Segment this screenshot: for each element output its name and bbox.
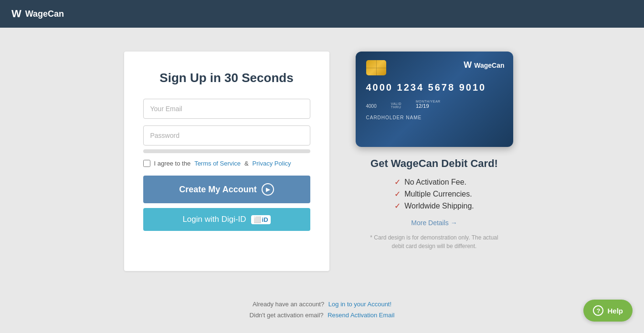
main-content: Sign Up in 30 Seconds I agree to the Ter…: [0, 28, 644, 305]
more-details-link[interactable]: More Details →: [411, 219, 457, 227]
card-holder-label: CARDHOLDER NAME: [366, 115, 422, 120]
feature-text: Worldwide Shipping.: [404, 202, 474, 210]
card-month-year-label: MONTH/YEAR: [416, 100, 441, 103]
card-small-number: 4000: [366, 104, 377, 109]
email-group: [143, 99, 310, 119]
signup-title: Sign Up in 30 Seconds: [143, 71, 310, 85]
credit-card-graphic: W WageCan 4000 1234 5678 9010 4000 VALID…: [356, 52, 513, 147]
resend-activation-link[interactable]: Resend Activation Email: [327, 312, 394, 319]
password-group: [143, 125, 310, 146]
digiid-login-label: Login with Digi-ID: [182, 215, 246, 224]
feature-item: ✓Worldwide Shipping.: [394, 201, 474, 210]
check-icon: ✓: [394, 177, 401, 187]
tos-agree-text: I agree to the: [154, 160, 191, 167]
feature-text: Multiple Currencies.: [404, 190, 472, 198]
check-icon: ✓: [394, 201, 401, 210]
card-bottom: 4000 VALID THRU MONTH/YEAR 12/19: [366, 100, 503, 109]
disclaimer: * Card design is for demonstration only.…: [365, 233, 504, 250]
card-valid-field: VALID THRU: [391, 102, 401, 109]
logo-text: WageCan: [25, 9, 64, 19]
tos-amp: &: [244, 160, 249, 167]
promo-section: W WageCan 4000 1234 5678 9010 4000 VALID…: [348, 52, 520, 250]
create-account-button[interactable]: Create My Account ▶: [143, 176, 310, 203]
logo-icon: W: [11, 8, 21, 20]
activation-question-row: Didn't get activation email? Resend Acti…: [0, 312, 644, 319]
check-icon: ✓: [394, 189, 401, 198]
digiid-login-button[interactable]: Login with Digi-ID ⬜ iD: [143, 208, 310, 231]
privacy-link[interactable]: Privacy Policy: [253, 160, 291, 167]
feature-item: ✓Multiple Currencies.: [394, 189, 474, 198]
features-list: ✓No Activation Fee.✓Multiple Currencies.…: [394, 177, 474, 213]
card-logo-text: WageCan: [474, 62, 504, 69]
password-input[interactable]: [143, 125, 310, 146]
feature-item: ✓No Activation Fee.: [394, 177, 474, 187]
card-valid-label: VALID: [391, 102, 401, 105]
card-number: 4000 1234 5678 9010: [366, 82, 503, 93]
tos-link[interactable]: Terms of Service: [194, 160, 241, 167]
activation-question: Didn't get activation email?: [250, 312, 324, 319]
password-strength-bar: [143, 149, 310, 153]
header: W WageCan: [0, 0, 644, 28]
play-icon: ▶: [262, 183, 274, 196]
create-account-label: Create My Account: [179, 185, 256, 195]
help-label: Help: [607, 307, 623, 315]
signup-card: Sign Up in 30 Seconds I agree to the Ter…: [124, 52, 329, 271]
tos-row: I agree to the Terms of Service & Privac…: [143, 160, 310, 167]
card-date-field: MONTH/YEAR 12/19: [416, 100, 441, 109]
promo-title: Get WageCan Debit Card!: [370, 157, 498, 170]
help-circle-icon: ?: [593, 305, 603, 316]
below-card-links: Already have an account? Log in to your …: [0, 301, 644, 333]
digiid-badge-icon: ⬜: [253, 216, 261, 223]
email-input[interactable]: [143, 99, 310, 119]
feature-text: No Activation Fee.: [404, 178, 466, 187]
card-valid-value: 12/19: [416, 103, 441, 109]
help-button[interactable]: ? Help: [583, 300, 633, 322]
card-chip: [366, 60, 386, 75]
login-question: Already have an account?: [253, 301, 324, 308]
logo: W WageCan: [11, 8, 64, 20]
login-question-row: Already have an account? Log in to your …: [0, 301, 644, 308]
card-thru-label: THRU: [391, 105, 401, 109]
tos-checkbox[interactable]: [143, 160, 150, 167]
login-link[interactable]: Log in to your Account!: [328, 301, 391, 308]
card-logo: W WageCan: [464, 60, 504, 70]
card-logo-w: W: [464, 60, 472, 70]
card-small-number-field: 4000: [366, 104, 377, 109]
digiid-badge-text: iD: [262, 216, 268, 223]
digiid-badge: ⬜ iD: [251, 215, 271, 224]
